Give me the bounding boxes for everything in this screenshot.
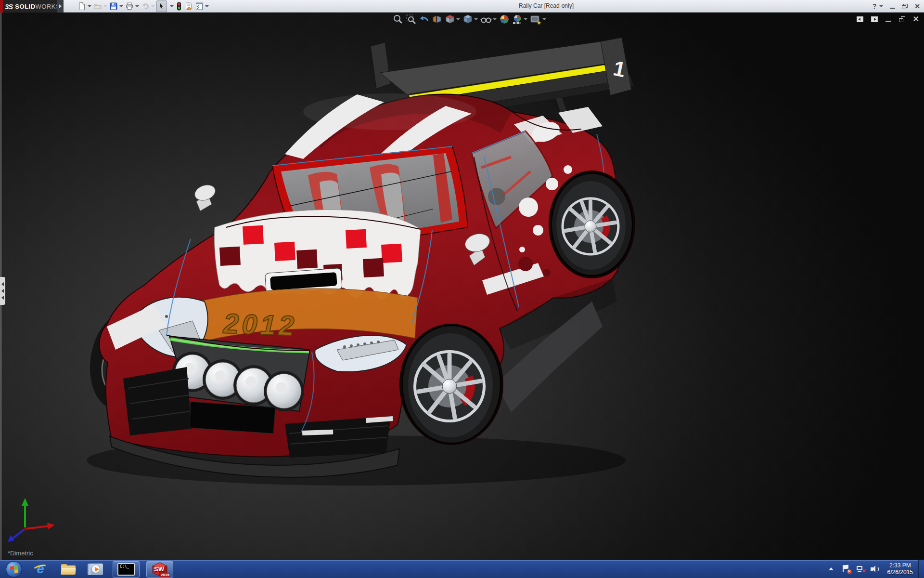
license-plate [190, 402, 275, 434]
hide-show-items-caret[interactable] [493, 18, 497, 20]
select-button[interactable] [156, 0, 167, 12]
printer-icon [125, 2, 134, 11]
reference-triad [5, 494, 63, 542]
collapse-left-pane-button[interactable] [857, 16, 863, 22]
start-button[interactable] [6, 561, 22, 578]
network-disconnected-badge: ✕ [861, 568, 866, 574]
edit-appearance-icon [499, 14, 510, 25]
graphics-area[interactable]: 1 [0, 13, 924, 560]
open-button[interactable] [93, 0, 108, 12]
save-dropdown-caret[interactable] [119, 5, 123, 7]
help-icon: ? [873, 2, 877, 10]
solidworks-window: 3S SOLID WORKS [0, 0, 924, 578]
help-dropdown-caret [879, 5, 883, 7]
hide-show-items-icon [480, 14, 492, 25]
windows-flag-icon [10, 565, 18, 573]
taskbar-windows-explorer[interactable] [59, 561, 78, 578]
select-dropdown[interactable] [168, 0, 174, 12]
action-center-alert-badge: ✕ [847, 569, 852, 574]
taskbar-internet-explorer[interactable]: e [31, 561, 50, 578]
network-status-icon[interactable]: ✕ [856, 564, 865, 574]
doc-minimize-button[interactable] [886, 17, 891, 22]
show-desktop-button[interactable] [918, 560, 924, 578]
edit-appearance-button[interactable] [499, 14, 510, 25]
save-floppy-icon [109, 2, 118, 11]
taskbar-command-prompt[interactable]: C:\_ [113, 561, 140, 578]
zoom-to-area-button[interactable] [406, 14, 416, 25]
front-right-wheel[interactable] [399, 324, 503, 445]
open-folder-icon [93, 2, 102, 11]
undo-dropdown-caret[interactable] [151, 5, 155, 7]
show-hidden-icons-button[interactable] [829, 567, 834, 570]
undo-button[interactable] [141, 0, 155, 12]
view-settings-caret[interactable] [542, 18, 546, 20]
view-settings-icon [530, 14, 541, 25]
sw-year-badge: 2015 [160, 573, 170, 577]
options-dropdown-caret[interactable] [205, 5, 209, 7]
system-tray: ✕ ✕ 2:33 PM 6/26/2015 [829, 560, 924, 578]
view-settings-button[interactable] [530, 14, 546, 25]
apply-scene-caret[interactable] [524, 18, 527, 20]
new-dropdown-caret[interactable] [88, 5, 91, 7]
zoom-to-fit-icon [393, 14, 403, 25]
save-button[interactable] [109, 0, 124, 12]
solidworks-2015-icon: SW 2015 [152, 562, 168, 577]
logo-red-strip [0, 0, 3, 13]
rally-car-model[interactable]: 1 [0, 13, 924, 560]
view-orientation-caret[interactable] [456, 18, 460, 20]
section-view-button[interactable] [432, 14, 442, 25]
windows-taskbar: e C:\_ SW 2015 [0, 560, 924, 578]
standard-toolbar [77, 0, 209, 13]
hood-year-text: 2012 [222, 307, 297, 341]
title-bar: 3S SOLID WORKS [0, 0, 924, 13]
display-style-caret[interactable] [474, 18, 478, 20]
rebuild-button[interactable] [175, 0, 183, 12]
collapse-arrow-icon [1, 289, 4, 293]
pane-left-arrow-icon [858, 18, 860, 21]
options-button[interactable] [194, 0, 209, 12]
clock-time: 2:33 PM [889, 562, 911, 569]
volume-icon[interactable] [870, 564, 880, 574]
view-orientation-button[interactable] [445, 14, 460, 25]
ie-orbit-ring [32, 563, 49, 574]
display-style-button[interactable] [462, 14, 478, 25]
pane-right-arrow-icon [874, 18, 876, 21]
new-document-icon [77, 2, 86, 11]
close-button[interactable]: ✕ [914, 3, 920, 10]
doc-restore-button[interactable] [899, 16, 905, 22]
collapse-arrow-icon [1, 296, 4, 300]
minimize-button[interactable] [890, 4, 895, 9]
print-button[interactable] [125, 0, 140, 12]
menu-flyout-arrow[interactable] [57, 0, 64, 13]
traffic-light-icon [176, 2, 182, 11]
file-properties-button[interactable] [184, 0, 193, 12]
taskbar-media-player[interactable] [87, 561, 106, 578]
apply-scene-button[interactable] [512, 14, 527, 25]
taskbar-solidworks[interactable]: SW 2015 [146, 561, 173, 578]
help-button[interactable]: ? [873, 2, 884, 10]
file-properties-icon [184, 2, 193, 11]
restore-button[interactable] [902, 4, 908, 9]
feature-tree-collapsed-handle[interactable] [0, 277, 5, 305]
new-button[interactable] [77, 0, 92, 12]
previous-view-icon [419, 14, 429, 25]
window-controls: ? ✕ [873, 0, 920, 13]
zoom-to-area-icon [406, 14, 416, 25]
select-cursor-icon [157, 2, 166, 11]
apply-scene-icon [512, 14, 523, 25]
taskbar-clock[interactable]: 2:33 PM 6/26/2015 [887, 562, 913, 576]
action-center-icon[interactable]: ✕ [841, 564, 851, 574]
hide-show-items-button[interactable] [480, 14, 497, 25]
zoom-to-fit-button[interactable] [393, 14, 403, 25]
previous-view-button[interactable] [419, 14, 429, 25]
doc-close-button[interactable]: ✕ [913, 15, 919, 23]
logo-text-bold: SOLID [15, 3, 35, 10]
flyout-arrow-icon [59, 4, 62, 8]
view-orientation-icon [445, 14, 455, 25]
rear-right-wheel[interactable] [549, 171, 635, 278]
section-view-icon [432, 14, 442, 25]
display-style-icon [462, 14, 473, 25]
expand-right-pane-button[interactable] [871, 16, 878, 22]
print-dropdown-caret[interactable] [135, 5, 139, 7]
open-dropdown-caret[interactable] [103, 5, 107, 7]
